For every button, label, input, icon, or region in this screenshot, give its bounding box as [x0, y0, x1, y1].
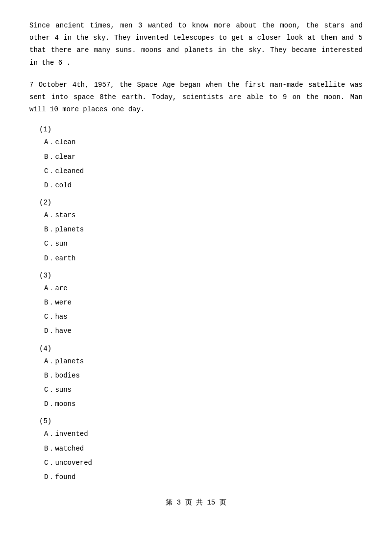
question-number-4: (4): [39, 345, 363, 353]
question-3-option-2[interactable]: B．were: [44, 297, 363, 309]
question-2-option-3[interactable]: C．sun: [44, 238, 363, 250]
question-1-option-2[interactable]: B．clear: [44, 151, 363, 163]
question-block-2: (2)A．starsB．planetsC．sunD．earth: [29, 199, 363, 265]
question-4-option-1[interactable]: A．planets: [44, 355, 363, 368]
question-number-1: (1): [39, 126, 363, 133]
passage-paragraph2: 7 October 4th, 1957, the Space Age began…: [29, 79, 363, 116]
question-block-1: (1)A．cleanB．clearC．cleanedD．cold: [29, 126, 363, 192]
question-3-option-1[interactable]: A．are: [44, 282, 363, 295]
questions-container: (1)A．cleanB．clearC．cleanedD．cold(2)A．sta…: [29, 126, 363, 483]
passage-paragraph1: Since ancient times, men 3 wanted to kno…: [29, 20, 363, 69]
page-footer: 第 3 页 共 15 页: [29, 498, 363, 507]
question-4-option-4[interactable]: D．moons: [44, 398, 363, 410]
question-3-option-3[interactable]: C．has: [44, 311, 363, 323]
question-block-3: (3)A．areB．wereC．hasD．have: [29, 272, 363, 338]
question-1-option-3[interactable]: C．cleaned: [44, 165, 363, 177]
question-3-option-4[interactable]: D．have: [44, 325, 363, 337]
question-1-option-1[interactable]: A．clean: [44, 136, 363, 149]
question-block-5: (5)A．inventedB．watchedC．uncoveredD．found: [29, 417, 363, 483]
question-block-4: (4)A．planetsB．bodiesC．sunsD．moons: [29, 345, 363, 411]
question-4-option-3[interactable]: C．suns: [44, 384, 363, 396]
question-number-5: (5): [39, 417, 363, 425]
question-2-option-4[interactable]: D．earth: [44, 252, 363, 265]
question-number-2: (2): [39, 199, 363, 206]
question-2-option-1[interactable]: A．stars: [44, 209, 363, 222]
question-5-option-2[interactable]: B．watched: [44, 443, 363, 455]
question-2-option-2[interactable]: B．planets: [44, 224, 363, 236]
question-5-option-1[interactable]: A．invented: [44, 428, 363, 440]
question-4-option-2[interactable]: B．bodies: [44, 370, 363, 382]
question-1-option-4[interactable]: D．cold: [44, 179, 363, 192]
question-5-option-4[interactable]: D．found: [44, 471, 363, 483]
question-number-3: (3): [39, 272, 363, 279]
question-5-option-3[interactable]: C．uncovered: [44, 457, 363, 469]
